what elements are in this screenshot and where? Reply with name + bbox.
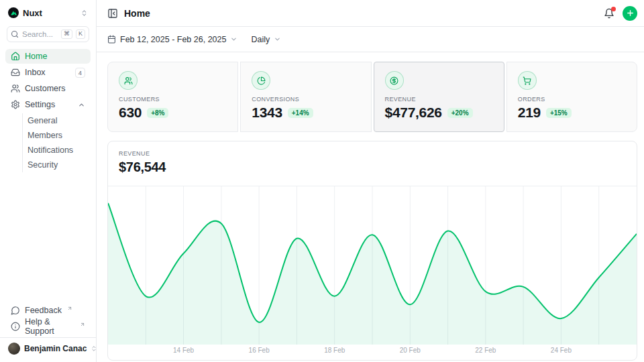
sidebar-item-help-support[interactable]: Help & Support: [5, 319, 91, 334]
search-input[interactable]: Search... ⌘ K: [7, 26, 89, 42]
stat-value: $477,626: [385, 105, 442, 121]
x-axis-label: 16 Feb: [249, 347, 270, 354]
add-button[interactable]: [623, 6, 637, 21]
x-axis-label: 20 Feb: [400, 347, 421, 354]
notifications-button[interactable]: [604, 8, 614, 19]
topbar-actions: [604, 6, 637, 21]
users-icon: [11, 84, 20, 93]
sidebar-item-label: Help & Support: [25, 317, 74, 336]
workspace-name: Nuxt: [23, 8, 76, 18]
sidebar-item-inbox[interactable]: Inbox 4: [5, 65, 91, 80]
stat-value: 1343: [252, 105, 282, 121]
chevron-down-icon: [274, 36, 281, 43]
sidebar-subitem-notifications[interactable]: Notifications: [23, 143, 91, 158]
x-axis-label: 24 Feb: [551, 347, 572, 354]
period-label: Daily: [251, 35, 270, 44]
workspace-switcher[interactable]: Nuxt: [5, 5, 91, 20]
stat-card-revenue[interactable]: REVENUE $477,626 +20%: [374, 62, 504, 132]
chevrons-up-down-icon: [80, 9, 88, 17]
sidebar-item-home[interactable]: Home: [5, 49, 91, 64]
sidebar-item-label: Inbox: [25, 68, 46, 77]
nuxt-logo-icon: [8, 7, 19, 18]
sidebar-item-settings[interactable]: Settings: [5, 97, 91, 112]
topbar: Home: [97, 0, 644, 27]
sidebar-footer-nav: Feedback Help & Support: [5, 303, 91, 334]
shopping-cart-icon: [518, 71, 537, 90]
toolbar: Feb 12, 2025 - Feb 26, 2025 Daily: [97, 27, 644, 52]
page-title: Home: [124, 8, 150, 19]
chart-value: $76,544: [119, 160, 626, 175]
chart-plot-area[interactable]: 14 Feb16 Feb18 Feb20 Feb22 Feb24 Feb: [108, 186, 637, 360]
stat-delta-badge: +14%: [288, 108, 313, 118]
chevron-down-icon: [230, 36, 237, 43]
stat-delta-badge: +15%: [546, 108, 572, 118]
stat-value: 630: [119, 105, 142, 121]
gear-icon: [11, 100, 20, 109]
sidebar-item-label: Feedback: [25, 306, 62, 315]
stat-delta-badge: +20%: [447, 108, 473, 118]
x-axis: 14 Feb16 Feb18 Feb20 Feb22 Feb24 Feb: [108, 343, 637, 360]
sidebar-nav: Home Inbox 4 Customers Settings: [5, 49, 91, 172]
stat-label: CONVERSIONS: [252, 96, 360, 103]
content: CUSTOMERS 630 +8% CONVERSIONS 1343 +14%: [97, 52, 644, 362]
chart-header: REVENUE $76,544: [108, 141, 637, 186]
search-placeholder: Search...: [22, 30, 58, 38]
arrow-up-right-icon: [67, 306, 72, 311]
kbd-cmd: ⌘: [61, 29, 72, 39]
circle-dollar-icon: [385, 71, 404, 90]
house-icon: [11, 52, 20, 61]
info-circle-icon: [11, 322, 20, 331]
stat-label: REVENUE: [385, 96, 493, 103]
stat-label: ORDERS: [518, 96, 626, 103]
stats-row: CUSTOMERS 630 +8% CONVERSIONS 1343 +14%: [107, 62, 637, 132]
sidebar-subitem-general[interactable]: General: [23, 113, 91, 128]
sidebar-item-label: Customers: [25, 84, 65, 93]
stat-delta-badge: +8%: [147, 108, 168, 118]
kbd-k: K: [76, 29, 85, 39]
stat-card-orders[interactable]: ORDERS 219 +15%: [506, 62, 637, 132]
stat-value: 219: [518, 105, 541, 121]
settings-sub-list: General Members Notifications Security: [22, 113, 91, 172]
main-area: Home Feb 12, 2025 - Feb 26, 2025: [97, 0, 644, 362]
sidebar-subitem-security[interactable]: Security: [23, 158, 91, 172]
calendar-icon: [107, 35, 116, 44]
inbox-icon: [11, 68, 20, 77]
sidebar-item-label: Home: [25, 52, 47, 61]
inbox-count-badge: 4: [75, 68, 85, 78]
revenue-chart-card: REVENUE $76,544 14 Feb16 Feb18 Feb20 Feb…: [107, 141, 637, 361]
date-range-label: Feb 12, 2025 - Feb 26, 2025: [120, 35, 226, 44]
date-range-picker[interactable]: Feb 12, 2025 - Feb 26, 2025: [107, 35, 237, 44]
search-icon: [11, 30, 19, 38]
sidebar: Nuxt Search... ⌘ K Home: [0, 0, 97, 362]
sidebar-item-customers[interactable]: Customers: [5, 81, 91, 96]
x-axis-label: 14 Feb: [173, 347, 194, 354]
chevron-up-icon: [78, 101, 85, 109]
app-window: Nuxt Search... ⌘ K Home: [0, 0, 644, 362]
avatar: [8, 343, 20, 355]
stat-label: CUSTOMERS: [119, 96, 227, 103]
chart-pie-icon: [252, 71, 270, 90]
sidebar-toggle-button[interactable]: [107, 8, 118, 19]
stat-card-conversions[interactable]: CONVERSIONS 1343 +14%: [240, 62, 371, 132]
user-menu[interactable]: Benjamin Canac: [0, 337, 96, 359]
message-circle-icon: [11, 306, 20, 315]
revenue-chart-svg: [108, 186, 637, 345]
stat-card-customers[interactable]: CUSTOMERS 630 +8%: [107, 62, 238, 132]
arrow-up-right-icon: [80, 322, 85, 327]
users-icon: [119, 71, 138, 90]
period-select[interactable]: Daily: [251, 35, 281, 44]
sidebar-item-label: Settings: [25, 100, 55, 109]
sidebar-subitem-members[interactable]: Members: [23, 128, 91, 143]
chart-title: REVENUE: [119, 150, 626, 157]
notification-dot: [611, 7, 616, 11]
x-axis-label: 22 Feb: [475, 347, 496, 354]
sidebar-spacer: [5, 172, 91, 303]
user-name: Benjamin Canac: [24, 344, 87, 353]
x-axis-label: 18 Feb: [324, 347, 345, 354]
sidebar-item-feedback[interactable]: Feedback: [5, 303, 91, 318]
